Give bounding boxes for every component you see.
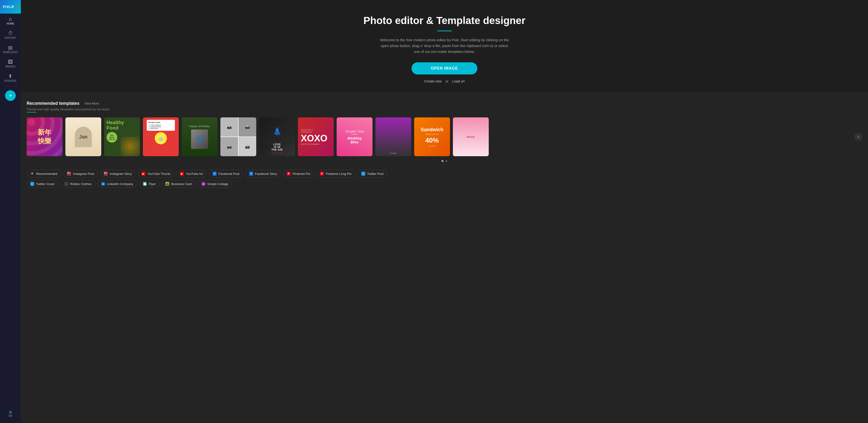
- template-love-text: LOVEIS INTHE AIR: [272, 143, 283, 151]
- carousel-scroll: 新年快樂 Jan HealthyFood 35%off forpick up R…: [27, 117, 852, 156]
- tag-simple-collage[interactable]: ⊞ Simple Collage: [198, 180, 232, 188]
- tag-roblox-clothes[interactable]: ⬛ Roblox Clothes: [61, 180, 95, 188]
- template-love-photo: 👗: [259, 117, 295, 145]
- sidebar-item-history[interactable]: ⏱ HISTORY: [0, 28, 21, 42]
- template-beauty-bg: Beauty: [453, 117, 489, 156]
- home-icon: ⌂: [9, 17, 12, 21]
- sidebar-item-templates[interactable]: ▤ TEMPLATES: [0, 42, 21, 57]
- tag-youtube-art[interactable]: ▶ YouTube Art: [176, 170, 207, 177]
- tag-recommended[interactable]: 👁 Recommended: [27, 170, 61, 177]
- carousel-next-button[interactable]: ›: [855, 133, 862, 141]
- add-button[interactable]: +: [5, 90, 16, 101]
- instagram-post-icon: 📷: [67, 172, 71, 176]
- template-card-recipe[interactable]: Recipe name • 1 cup tomatoes • 2 sprig t…: [143, 117, 179, 156]
- sidebar-item-history-label: HISTORY: [5, 37, 16, 39]
- hero-underline: [437, 31, 452, 31]
- tag-twitter-cover[interactable]: 🐦 Twitter Cover: [27, 180, 58, 188]
- carousel-dot-1[interactable]: [441, 160, 443, 162]
- templates-icon: ▤: [8, 45, 13, 50]
- logo-x: X: [15, 5, 18, 9]
- template-love-shop: SHOP NOW: [272, 152, 283, 154]
- tag-pinterest-long-pin[interactable]: P Pinterest Long Pin: [316, 170, 355, 177]
- template-card-collage[interactable]: 📸 📸 📸 📸: [220, 117, 256, 156]
- template-card-calendar[interactable]: Jan: [65, 117, 101, 156]
- sidebar-item-updates[interactable]: ⬆ UPDATES: [0, 71, 21, 85]
- template-card-wedding[interactable]: Douglas Tang Leandra WeddingBliss: [337, 117, 372, 156]
- template-birthday-photo: 👤: [191, 130, 208, 149]
- load-url-link[interactable]: Load url: [453, 79, 465, 83]
- section-header: Recommended templates View More: [27, 101, 862, 106]
- tag-business-card[interactable]: 💼 Business Card: [162, 180, 195, 188]
- template-card-portrait[interactable]: Portrait: [375, 117, 411, 156]
- sidebar-item-images-label: IMAGES: [5, 65, 16, 68]
- sidebar-item-home[interactable]: ⌂ HOME: [0, 13, 21, 28]
- tag-flyer[interactable]: 📄 Flyer: [139, 180, 159, 188]
- template-birthday-text: happy birthday: [189, 125, 210, 128]
- template-card-love[interactable]: 👗 LOVEIS INTHE AIR SHOP NOW: [259, 117, 295, 156]
- tag-twitter-post[interactable]: 🐦 Twitter Post: [358, 170, 387, 177]
- template-collage-2: 📸: [239, 117, 256, 137]
- tag-facebook-post[interactable]: f Facebook Post: [209, 170, 243, 177]
- template-card-food[interactable]: HealthyFood 35%off forpick up: [104, 117, 140, 156]
- history-icon: ⏱: [8, 31, 13, 36]
- template-card-beauty[interactable]: Beauty: [453, 117, 489, 156]
- business-card-icon: 💼: [165, 182, 169, 186]
- tag-instagram-story[interactable]: 📷 Instagram Story: [100, 170, 135, 177]
- section-title: Recommended templates: [27, 101, 80, 106]
- hero-section: Photo editor & Template designer Welcome…: [21, 0, 868, 93]
- language-selector[interactable]: 🌐 EN: [8, 408, 13, 420]
- linkedin-icon: in: [101, 182, 105, 186]
- tag-linkedin-company[interactable]: in LinkedIn Company: [98, 180, 137, 188]
- sidebar-item-updates-label: UPDATES: [4, 80, 17, 82]
- sidebar-item-home-label: HOME: [6, 22, 14, 25]
- or-separator: or: [445, 79, 448, 83]
- tag-pinterest-pin-label: Pinterest Pin: [292, 172, 310, 176]
- tag-facebook-story[interactable]: f Facebook Story: [246, 170, 281, 177]
- tag-youtube-thumb[interactable]: ▶ YouTube Thumb: [138, 170, 174, 177]
- tag-instagram-post-label: Instagram Post: [73, 172, 94, 176]
- section-subtitle: Trendy and high quality templates hand p…: [27, 108, 862, 111]
- app-logo[interactable]: PIXLR X: [0, 0, 21, 13]
- template-calendar-text: Jan: [75, 126, 92, 147]
- template-portrait-photo: Portrait: [375, 117, 411, 156]
- view-more-link[interactable]: View More: [84, 102, 99, 105]
- template-card-cny[interactable]: 新年快樂: [27, 117, 62, 156]
- main-content: Photo editor & Template designer Welcome…: [21, 0, 868, 423]
- instagram-story-icon: 📷: [104, 172, 108, 176]
- template-recipe-card: Recipe name • 1 cup tomatoes • 2 sprig t…: [147, 120, 175, 131]
- template-card-promo[interactable]: Sandwich SAVE UP TO 40% 000-00-000: [414, 117, 450, 156]
- tag-facebook-post-label: Facebook Post: [218, 172, 240, 176]
- template-collage-3: 📸: [220, 137, 238, 156]
- tag-youtube-thumb-label: YouTube Thumb: [147, 172, 170, 176]
- tag-pinterest-pin[interactable]: P Pinterest Pin: [283, 170, 314, 177]
- facebook-story-icon: f: [249, 172, 253, 176]
- template-collage-4: 📸: [239, 137, 256, 156]
- template-food-title: HealthyFood: [106, 120, 124, 131]
- facebook-post-icon: f: [213, 172, 217, 176]
- template-card-xoxo[interactable]: VALENTINE'SLOOKBOOK XOXO SHOP THE ENSEMB…: [298, 117, 334, 156]
- youtube-thumb-icon: ▶: [142, 172, 145, 176]
- carousel-dot-2[interactable]: [445, 160, 447, 162]
- template-promo-contact: 000-00-000: [428, 145, 436, 147]
- open-image-button[interactable]: OPEN IMAGE: [411, 62, 477, 75]
- sidebar-item-images[interactable]: 🖼 IMAGES: [0, 57, 21, 71]
- tag-flyer-label: Flyer: [149, 182, 156, 186]
- tags-row-1: 👁 Recommended 📷 Instagram Post 📷 Instagr…: [27, 170, 862, 177]
- template-card-birthday[interactable]: happy birthday 👤: [182, 117, 217, 156]
- tag-instagram-post[interactable]: 📷 Instagram Post: [63, 170, 98, 177]
- template-promo-percent: 40%: [425, 137, 439, 144]
- tag-roblox-label: Roblox Clothes: [70, 182, 92, 186]
- tag-pinterest-long-pin-label: Pinterest Long Pin: [326, 172, 351, 176]
- categories-section: 👁 Recommended 📷 Instagram Post 📷 Instagr…: [21, 166, 868, 196]
- template-food-badge: 35%off forpick up: [106, 132, 117, 143]
- sidebar-divider: [4, 86, 17, 86]
- template-xoxo-sub: SHOP THE ENSEMBLE!: [301, 143, 320, 145]
- template-promo-offer: SAVE UP TO: [426, 133, 439, 136]
- create-new-link[interactable]: Create new: [424, 79, 442, 83]
- carousel-dots: [27, 160, 862, 162]
- logo-text: PIXLR X: [3, 5, 18, 9]
- add-icon: +: [9, 92, 12, 99]
- tag-linkedin-label: LinkedIn Company: [107, 182, 133, 186]
- sidebar-item-templates-label: TEMPLATES: [3, 51, 18, 54]
- images-icon: 🖼: [8, 59, 13, 64]
